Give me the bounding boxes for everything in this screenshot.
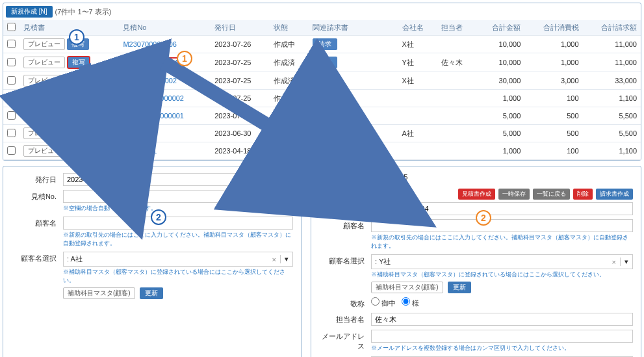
- cust-input-r[interactable]: [371, 219, 633, 232]
- cust-label: 顧客名: [11, 217, 63, 228]
- cell-invoice: 請求 1件 ▾: [309, 125, 398, 142]
- cell-invoice: 請求: [309, 53, 398, 72]
- update-button-r[interactable]: 更新: [448, 282, 471, 293]
- person-label-r: 担当者名: [319, 313, 371, 324]
- cell-person: [437, 72, 476, 90]
- preview-button[interactable]: プレビュー: [23, 110, 65, 122]
- invoice-button[interactable]: 請求: [313, 75, 337, 86]
- copy-button[interactable]: 複写: [67, 75, 89, 86]
- copy-button[interactable]: 複写: [67, 92, 89, 104]
- cell-date: 2023-07-25: [211, 72, 270, 90]
- mail-label: メールアドレス: [319, 330, 371, 351]
- cell-status: 作成済: [270, 107, 309, 125]
- estimate-no-link[interactable]: M2306001: [123, 129, 157, 137]
- person-input-r[interactable]: [371, 313, 633, 326]
- preview-button[interactable]: プレビュー: [23, 92, 65, 104]
- row-checkbox[interactable]: [7, 146, 16, 155]
- csel-value[interactable]: : A社: [64, 252, 268, 266]
- cell-date: 2023-04-18: [211, 142, 270, 160]
- back-button[interactable]: 一覧に戻る: [533, 189, 570, 200]
- chevron-down-icon-r[interactable]: ▾: [620, 258, 632, 266]
- invoice-button[interactable]: 請求: [313, 57, 337, 68]
- cell-person: [437, 90, 476, 107]
- row-checkbox[interactable]: [7, 129, 16, 137]
- invoice-button[interactable]: 請求: [313, 92, 337, 104]
- preview-button[interactable]: プレビュー: [23, 75, 65, 86]
- invoice-count-select[interactable]: 1件 ▾: [339, 128, 372, 138]
- copy-button[interactable]: 複写: [67, 110, 89, 122]
- cell-total: 1,100: [583, 90, 641, 107]
- update-button[interactable]: 更新: [140, 287, 163, 299]
- no-input-r[interactable]: [371, 202, 633, 215]
- mail-input[interactable]: [371, 330, 633, 343]
- cell-date: 2023-07-26: [211, 36, 270, 53]
- col-person: 担当者: [437, 20, 476, 36]
- invoice-button[interactable]: 請求: [313, 145, 337, 157]
- chevron-down-icon[interactable]: ▾: [280, 255, 292, 263]
- row-checkbox[interactable]: [7, 111, 16, 120]
- date-input[interactable]: [63, 173, 293, 186]
- cell-date: 2023-07-05: [211, 107, 270, 125]
- table-row: プレビュー 複写 M230700000002 2023-07-25 作成済 請求…: [3, 72, 641, 90]
- cust-help-r: ※新規の取引先の場合にはここに入力してください。補助科目マスタ（顧客マスタ）に自…: [371, 233, 633, 250]
- no-label: 見積No.: [11, 190, 63, 202]
- col-amount: 合計金額: [476, 20, 525, 36]
- sub-master-button[interactable]: 補助科目マスタ(顧客): [63, 287, 135, 299]
- cell-amount: 1,000: [476, 142, 525, 160]
- preview-button[interactable]: プレビュー: [23, 38, 65, 50]
- row-checkbox[interactable]: [7, 76, 16, 85]
- preview-button[interactable]: プレビュー: [23, 145, 65, 157]
- cell-company: [398, 107, 437, 125]
- csel-label: 顧客名選択: [11, 252, 63, 263]
- honorific-onchu[interactable]: [371, 297, 380, 306]
- delete-button[interactable]: 削除: [573, 189, 593, 200]
- new-button[interactable]: 新規作成 [N]: [6, 6, 53, 18]
- invoice-button[interactable]: 請求: [313, 110, 337, 122]
- estimate-no-link[interactable]: M230700000004: [123, 57, 179, 68]
- cell-company: X社: [398, 36, 437, 53]
- invoice-button[interactable]: 請求: [313, 38, 337, 50]
- preview-button[interactable]: プレビュー: [23, 127, 65, 139]
- cell-total: 33,000: [583, 72, 641, 90]
- table-row: プレビュー 複写 M2304001 2023-04-18 作成済 請求 2件 ▾…: [3, 142, 641, 160]
- clear-icon-r[interactable]: ×: [608, 258, 620, 266]
- copy-button[interactable]: 複写: [67, 145, 89, 157]
- make-invoice-button[interactable]: 請求書作成: [596, 189, 633, 200]
- csel-help-r: ※補助科目マスタ（顧客マスタ）に登録されている場合にはここから選択してください。: [371, 271, 633, 279]
- callout-1-blue: 1: [69, 29, 84, 45]
- estimate-no-link[interactable]: Mあ230700000002: [123, 94, 184, 102]
- preview-button[interactable]: プレビュー: [23, 57, 65, 68]
- cust-input[interactable]: [63, 217, 293, 230]
- cell-tax: 500: [524, 107, 582, 125]
- no-input[interactable]: [63, 190, 293, 203]
- honorific-sama[interactable]: [402, 297, 410, 306]
- invoice-count-select[interactable]: 2件 ▾: [339, 146, 372, 155]
- invoice-button[interactable]: 請求: [313, 127, 337, 139]
- estimate-no-link[interactable]: M230700000006: [123, 40, 177, 48]
- cell-company: A社: [398, 125, 437, 142]
- make-quote-button[interactable]: 見積書作成: [458, 189, 495, 200]
- estimate-no-link[interactable]: M230700000002: [123, 77, 177, 85]
- clear-icon[interactable]: ×: [268, 256, 280, 263]
- cell-person: [437, 142, 476, 160]
- row-checkbox[interactable]: [7, 94, 16, 102]
- cell-total: 5,500: [583, 107, 641, 125]
- csel-value-r[interactable]: : Y社: [372, 255, 608, 269]
- cust-help: ※新規の取引先の場合にはここに入力してください。補助科目マスタ（顧客マスタ）に自…: [63, 231, 293, 248]
- estimate-no-link[interactable]: M2304001: [123, 147, 157, 155]
- row-checkbox[interactable]: [7, 40, 16, 48]
- col-status: 状態: [270, 20, 309, 36]
- row-checkbox[interactable]: [7, 58, 16, 66]
- sub-master-button-r[interactable]: 補助科目マスタ(顧客): [371, 282, 443, 293]
- copy-button[interactable]: 複写: [67, 56, 90, 69]
- callout-2-orange: 2: [476, 210, 491, 226]
- copy-button[interactable]: 複写: [67, 127, 89, 139]
- cell-company: [398, 90, 437, 107]
- checkbox-all[interactable]: [7, 23, 16, 31]
- temp-save-button[interactable]: 一時保存: [498, 189, 530, 200]
- estimate-no-link[interactable]: Mあ230700000001: [123, 112, 184, 120]
- cell-tax: 3,000: [524, 72, 582, 90]
- mail-help: ※メールアドレスを複数登録する場合はカンマ区切りで入力してください。: [371, 344, 633, 352]
- cell-status: 作成済: [270, 142, 309, 160]
- cell-person: 佐々木: [437, 53, 476, 72]
